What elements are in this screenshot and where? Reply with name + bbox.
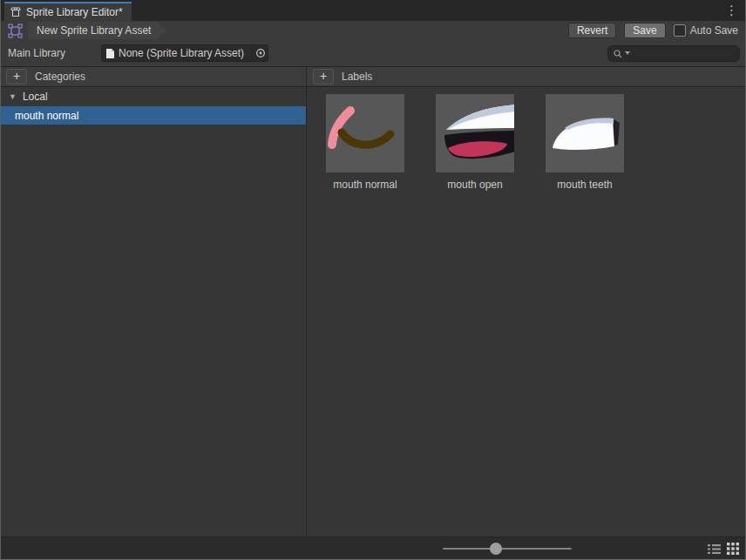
kebab-menu-icon[interactable]: ⋮ — [725, 2, 738, 19]
object-field-value: None (Sprite Library Asset) — [119, 47, 252, 59]
revert-button[interactable]: Revert — [568, 23, 616, 38]
sprite-thumbnail-mouth-open[interactable] — [436, 94, 514, 172]
slider-track[interactable] — [443, 548, 572, 550]
breadcrumb[interactable]: New Sprite Library Asset — [28, 22, 166, 39]
label-grid: mouth normal mouth open — [307, 94, 745, 191]
main-library-label: Main Library — [8, 47, 101, 59]
categories-title: Categories — [35, 71, 85, 83]
view-mode-switch — [707, 542, 740, 556]
local-foldout[interactable]: ▼ Local — [1, 87, 306, 106]
search-icon — [613, 49, 623, 59]
label-text: mouth normal — [333, 179, 397, 191]
breadcrumb-label: New Sprite Library Asset — [37, 24, 151, 37]
sprite-library-icon — [10, 6, 22, 18]
labels-panel: mouth normal mouth open — [307, 87, 745, 536]
auto-save-label: Auto Save — [690, 24, 738, 37]
category-label: mouth normal — [15, 110, 78, 122]
search-filter-caret-icon — [625, 51, 630, 56]
category-row-mouth-normal[interactable]: mouth normal — [1, 106, 306, 125]
main-library-row: Main Library None (Sprite Library Asset) — [1, 40, 745, 66]
panel-headers: + Categories + Labels — [1, 66, 745, 87]
auto-save-checkbox[interactable] — [674, 24, 686, 37]
label-item-mouth-teeth[interactable]: mouth teeth — [530, 94, 640, 191]
search-field[interactable] — [607, 45, 740, 62]
foldout-arrow-icon: ▼ — [9, 92, 17, 101]
asset-file-icon — [105, 48, 115, 59]
local-group-label: Local — [23, 91, 48, 103]
thumbnail-size-slider[interactable] — [443, 543, 572, 555]
sprite-library-editor-window: Sprite Library Editor* ⋮ New Sprite Libr… — [0, 0, 746, 560]
add-label-button[interactable]: + — [313, 69, 334, 84]
grid-view-icon[interactable] — [726, 542, 740, 556]
bottom-bar — [1, 536, 745, 559]
toolbar: New Sprite Library Asset Revert Save Aut… — [1, 21, 745, 40]
slider-knob[interactable] — [490, 543, 502, 555]
main-library-object-field[interactable]: None (Sprite Library Asset) — [101, 44, 268, 62]
label-item-mouth-open[interactable]: mouth open — [420, 94, 530, 191]
sprite-thumbnail-mouth-teeth[interactable] — [546, 94, 624, 172]
toolbar-actions: Revert Save Auto Save — [568, 21, 738, 40]
sprite-library-asset-icon — [8, 24, 23, 38]
object-picker-icon[interactable] — [252, 45, 268, 61]
label-item-mouth-normal[interactable]: mouth normal — [310, 94, 420, 191]
tab-title: Sprite Library Editor* — [26, 6, 123, 18]
categories-header: + Categories — [1, 67, 307, 86]
list-view-icon[interactable] — [707, 542, 721, 556]
label-text: mouth open — [447, 179, 502, 191]
sprite-thumbnail-mouth-normal[interactable] — [326, 94, 404, 172]
add-category-button[interactable]: + — [6, 69, 27, 84]
search-input[interactable] — [632, 48, 735, 60]
tab-sprite-library-editor[interactable]: Sprite Library Editor* — [4, 2, 132, 21]
labels-title: Labels — [342, 71, 372, 83]
save-button[interactable]: Save — [624, 23, 665, 38]
content-area: ▼ Local mouth normal mouth normal — [1, 87, 745, 536]
labels-header: + Labels — [307, 67, 745, 86]
tab-strip: Sprite Library Editor* ⋮ — [1, 0, 745, 21]
label-text: mouth teeth — [557, 179, 612, 191]
categories-panel: ▼ Local mouth normal — [1, 87, 307, 536]
auto-save-toggle[interactable]: Auto Save — [674, 24, 738, 37]
